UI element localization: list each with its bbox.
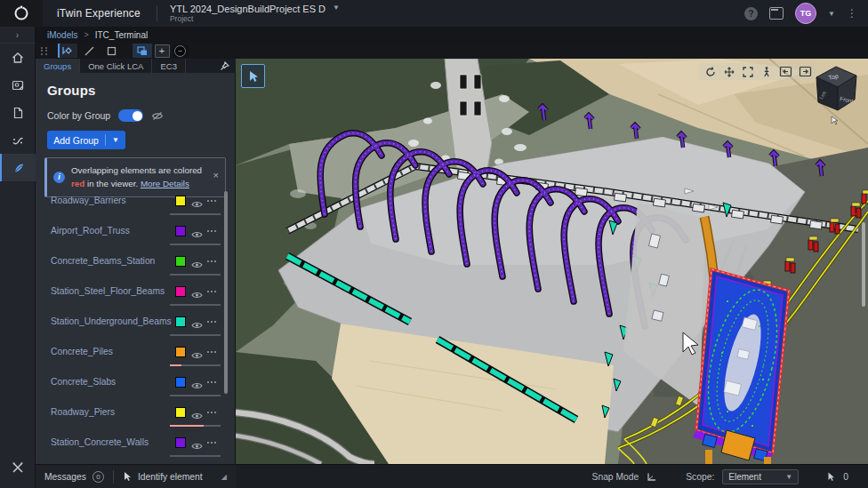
pin-panel-button[interactable] bbox=[220, 59, 236, 73]
group-row[interactable]: Airport_Roof_Truss bbox=[36, 217, 236, 247]
group-visibility-eye-icon[interactable] bbox=[191, 438, 203, 454]
group-list-scrollbar[interactable] bbox=[224, 191, 228, 394]
add-group-caret-icon: ▼ bbox=[112, 136, 119, 144]
group-row[interactable]: Concrete_Beams_Station bbox=[36, 247, 236, 277]
tab-groups[interactable]: Groups bbox=[36, 59, 80, 73]
panel-resize-grip[interactable]: ◢ bbox=[221, 473, 227, 481]
app-logo[interactable] bbox=[0, 0, 43, 27]
previous-view-icon[interactable] bbox=[779, 66, 792, 77]
chevron-down-icon: ▼ bbox=[333, 4, 340, 12]
group-color-swatch[interactable] bbox=[175, 196, 186, 206]
group-visibility-eye-icon[interactable] bbox=[191, 408, 203, 424]
panel-layout-icon[interactable] bbox=[769, 7, 784, 20]
info-icon: i bbox=[53, 172, 65, 183]
group-more-menu-icon[interactable] bbox=[207, 321, 216, 323]
snap-mode-label[interactable]: Snap Mode bbox=[592, 472, 639, 482]
tab-ec3[interactable]: EC3 bbox=[152, 59, 185, 73]
viewer-select-tool-button[interactable] bbox=[241, 64, 265, 88]
group-color-swatch[interactable] bbox=[175, 347, 186, 357]
tab-one-click-lca[interactable]: One Click LCA bbox=[80, 59, 152, 73]
group-color-swatch[interactable] bbox=[175, 407, 186, 418]
show-all-button[interactable]: + bbox=[155, 44, 170, 58]
color-by-group-toggle[interactable] bbox=[118, 109, 143, 122]
snap-mode-icon[interactable] bbox=[647, 472, 657, 482]
sidebar-item-carbon-analysis[interactable] bbox=[0, 154, 36, 181]
group-visibility-eye-icon[interactable] bbox=[191, 348, 203, 364]
group-color-swatch[interactable] bbox=[175, 256, 186, 267]
home-icon bbox=[11, 51, 25, 65]
avatar[interactable]: TG bbox=[795, 3, 816, 24]
group-visibility-eye-icon[interactable] bbox=[191, 227, 203, 243]
group-visibility-eye-icon[interactable] bbox=[191, 378, 203, 394]
group-color-swatch[interactable] bbox=[175, 377, 186, 388]
group-overlap-track bbox=[170, 425, 221, 427]
group-row[interactable]: Station_Underground_Beams bbox=[36, 308, 236, 338]
drag-handle[interactable] bbox=[41, 47, 48, 55]
group-row[interactable]: Station_Concrete_Walls bbox=[36, 428, 236, 459]
banner-close-icon[interactable]: × bbox=[213, 171, 219, 180]
visibility-off-icon[interactable] bbox=[151, 111, 164, 121]
group-row[interactable]: Roadway_Barriers bbox=[36, 187, 236, 217]
group-row[interactable]: Concrete_Slabs bbox=[36, 368, 236, 398]
group-visibility-eye-icon[interactable] bbox=[191, 196, 203, 212]
line-tool-button[interactable] bbox=[80, 44, 100, 58]
group-list: Roadway_Barriers Airport_Roof_Truss bbox=[36, 187, 236, 464]
scope-select[interactable]: Element ▼ bbox=[722, 469, 799, 484]
isolate-groups-button[interactable] bbox=[133, 44, 152, 58]
viewer-scrollbar[interactable] bbox=[862, 222, 865, 307]
group-more-menu-icon[interactable] bbox=[207, 230, 216, 232]
group-more-menu-icon[interactable] bbox=[207, 260, 216, 262]
messages-label[interactable]: Messages bbox=[44, 472, 86, 482]
select-tool-button[interactable] bbox=[58, 44, 77, 58]
walk-view-icon[interactable] bbox=[760, 66, 773, 78]
group-overlap-bar bbox=[170, 364, 181, 366]
group-visibility-eye-icon[interactable] bbox=[191, 287, 203, 303]
shape-tool-button[interactable] bbox=[102, 44, 122, 58]
viewer-canvas[interactable]: Top Front Left bbox=[236, 59, 868, 464]
viewer-context-icon[interactable] bbox=[830, 114, 840, 130]
group-color-swatch[interactable] bbox=[175, 437, 186, 448]
fit-view-icon[interactable] bbox=[742, 66, 754, 78]
selection-cursor-icon bbox=[827, 472, 835, 482]
group-row[interactable]: Concrete_Piles bbox=[36, 338, 236, 368]
more-menu-icon[interactable]: ⋮ bbox=[847, 8, 857, 19]
documents-icon bbox=[11, 106, 25, 120]
group-name: Concrete_Piles bbox=[51, 347, 113, 356]
group-color-swatch[interactable] bbox=[175, 226, 186, 236]
group-overlap-track bbox=[170, 334, 221, 336]
sidebar-item-tools[interactable] bbox=[0, 453, 36, 481]
group-more-menu-icon[interactable] bbox=[207, 351, 216, 353]
add-group-button[interactable]: Add Group ▼ bbox=[47, 131, 125, 149]
synchronization-icon bbox=[11, 133, 25, 148]
aerial-3d-scene bbox=[236, 59, 868, 464]
sidebar-item-documents[interactable] bbox=[0, 99, 36, 126]
group-row[interactable]: Station_Steel_Floor_Beams bbox=[36, 277, 236, 308]
sidebar-item-synchronization[interactable] bbox=[0, 126, 36, 154]
help-icon[interactable]: ? bbox=[744, 7, 758, 20]
group-color-swatch[interactable] bbox=[175, 286, 186, 297]
group-color-swatch[interactable] bbox=[175, 316, 186, 327]
sidebar-expand-button[interactable]: › bbox=[0, 27, 36, 44]
account-chevron-icon[interactable]: ▼ bbox=[828, 10, 835, 18]
pan-view-icon[interactable] bbox=[723, 66, 735, 78]
next-view-icon[interactable] bbox=[799, 66, 812, 77]
rotate-view-icon[interactable] bbox=[704, 66, 717, 78]
group-row[interactable]: Roadway_Piers bbox=[36, 398, 236, 428]
breadcrumb-imodels[interactable]: iModels bbox=[47, 30, 77, 40]
group-more-menu-icon[interactable] bbox=[207, 200, 216, 202]
group-overlap-track bbox=[170, 455, 221, 457]
group-overlap-track bbox=[170, 304, 221, 306]
group-visibility-eye-icon[interactable] bbox=[191, 317, 203, 333]
project-switcher[interactable]: YTL 2024_DesignBuildProject ES D ▼ Proje… bbox=[170, 4, 340, 23]
sidebar-item-home[interactable] bbox=[0, 44, 36, 71]
group-more-menu-icon[interactable] bbox=[207, 381, 216, 383]
group-more-menu-icon[interactable] bbox=[207, 412, 216, 413]
sidebar-item-imodels[interactable] bbox=[0, 71, 36, 99]
hide-all-button[interactable]: − bbox=[173, 44, 189, 58]
view-cube[interactable]: Top Front Left bbox=[814, 62, 860, 117]
identify-element-label: Identify element bbox=[138, 472, 203, 482]
group-more-menu-icon[interactable] bbox=[207, 442, 216, 444]
group-more-menu-icon[interactable] bbox=[207, 291, 216, 292]
group-visibility-eye-icon[interactable] bbox=[191, 257, 203, 273]
tools-icon bbox=[11, 460, 25, 475]
